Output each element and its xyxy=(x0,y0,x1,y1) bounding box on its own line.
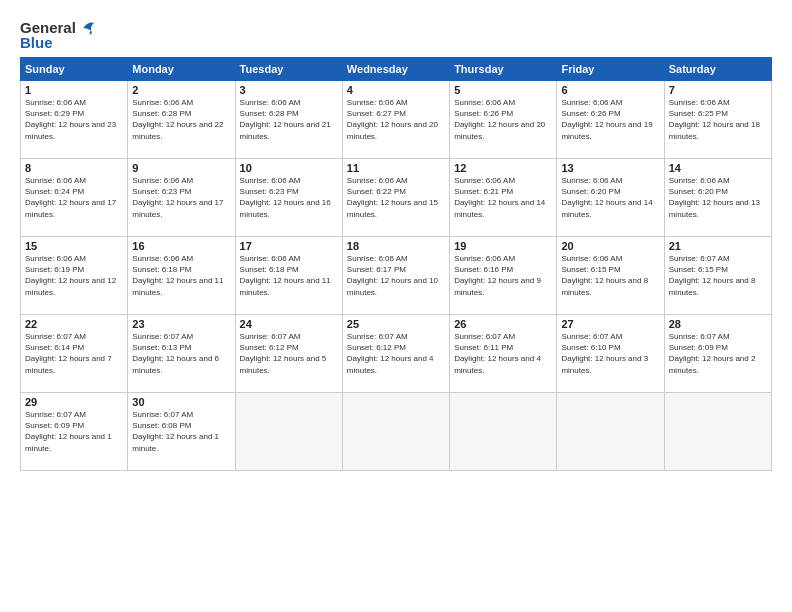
week-row-1: 1 Sunrise: 6:06 AMSunset: 6:29 PMDayligh… xyxy=(21,81,772,159)
calendar-cell: 23 Sunrise: 6:07 AMSunset: 6:13 PMDaylig… xyxy=(128,315,235,393)
calendar-cell xyxy=(235,393,342,471)
day-info: Sunrise: 6:06 AMSunset: 6:24 PMDaylight:… xyxy=(25,176,116,219)
day-number: 3 xyxy=(240,84,338,96)
day-number: 27 xyxy=(561,318,659,330)
day-info: Sunrise: 6:07 AMSunset: 6:15 PMDaylight:… xyxy=(669,254,756,297)
day-number: 17 xyxy=(240,240,338,252)
calendar-cell: 30 Sunrise: 6:07 AMSunset: 6:08 PMDaylig… xyxy=(128,393,235,471)
day-number: 10 xyxy=(240,162,338,174)
day-info: Sunrise: 6:06 AMSunset: 6:18 PMDaylight:… xyxy=(132,254,223,297)
week-row-2: 8 Sunrise: 6:06 AMSunset: 6:24 PMDayligh… xyxy=(21,159,772,237)
day-info: Sunrise: 6:06 AMSunset: 6:22 PMDaylight:… xyxy=(347,176,438,219)
day-info: Sunrise: 6:06 AMSunset: 6:18 PMDaylight:… xyxy=(240,254,331,297)
day-number: 4 xyxy=(347,84,445,96)
day-number: 16 xyxy=(132,240,230,252)
day-number: 18 xyxy=(347,240,445,252)
day-info: Sunrise: 6:06 AMSunset: 6:26 PMDaylight:… xyxy=(561,98,652,141)
day-number: 9 xyxy=(132,162,230,174)
calendar-cell: 28 Sunrise: 6:07 AMSunset: 6:09 PMDaylig… xyxy=(664,315,771,393)
day-number: 2 xyxy=(132,84,230,96)
day-number: 20 xyxy=(561,240,659,252)
day-number: 21 xyxy=(669,240,767,252)
header-row: SundayMondayTuesdayWednesdayThursdayFrid… xyxy=(21,58,772,81)
day-info: Sunrise: 6:06 AMSunset: 6:19 PMDaylight:… xyxy=(25,254,116,297)
day-info: Sunrise: 6:07 AMSunset: 6:09 PMDaylight:… xyxy=(669,332,756,375)
calendar-cell: 8 Sunrise: 6:06 AMSunset: 6:24 PMDayligh… xyxy=(21,159,128,237)
day-info: Sunrise: 6:07 AMSunset: 6:14 PMDaylight:… xyxy=(25,332,112,375)
column-header-thursday: Thursday xyxy=(450,58,557,81)
day-number: 8 xyxy=(25,162,123,174)
day-number: 19 xyxy=(454,240,552,252)
day-info: Sunrise: 6:06 AMSunset: 6:16 PMDaylight:… xyxy=(454,254,541,297)
calendar-cell: 27 Sunrise: 6:07 AMSunset: 6:10 PMDaylig… xyxy=(557,315,664,393)
day-info: Sunrise: 6:06 AMSunset: 6:23 PMDaylight:… xyxy=(240,176,331,219)
column-header-saturday: Saturday xyxy=(664,58,771,81)
day-number: 13 xyxy=(561,162,659,174)
calendar-cell: 25 Sunrise: 6:07 AMSunset: 6:12 PMDaylig… xyxy=(342,315,449,393)
logo: General Blue xyxy=(20,20,98,51)
calendar-cell: 7 Sunrise: 6:06 AMSunset: 6:25 PMDayligh… xyxy=(664,81,771,159)
day-info: Sunrise: 6:07 AMSunset: 6:12 PMDaylight:… xyxy=(347,332,434,375)
calendar-cell: 17 Sunrise: 6:06 AMSunset: 6:18 PMDaylig… xyxy=(235,237,342,315)
column-header-wednesday: Wednesday xyxy=(342,58,449,81)
day-number: 28 xyxy=(669,318,767,330)
week-row-5: 29 Sunrise: 6:07 AMSunset: 6:09 PMDaylig… xyxy=(21,393,772,471)
week-row-4: 22 Sunrise: 6:07 AMSunset: 6:14 PMDaylig… xyxy=(21,315,772,393)
day-number: 25 xyxy=(347,318,445,330)
day-number: 6 xyxy=(561,84,659,96)
calendar-page: General Blue SundayMondayTuesdayWednesda… xyxy=(0,0,792,612)
day-number: 7 xyxy=(669,84,767,96)
column-header-tuesday: Tuesday xyxy=(235,58,342,81)
day-number: 15 xyxy=(25,240,123,252)
calendar-cell: 19 Sunrise: 6:06 AMSunset: 6:16 PMDaylig… xyxy=(450,237,557,315)
calendar-cell: 1 Sunrise: 6:06 AMSunset: 6:29 PMDayligh… xyxy=(21,81,128,159)
day-info: Sunrise: 6:07 AMSunset: 6:11 PMDaylight:… xyxy=(454,332,541,375)
day-info: Sunrise: 6:06 AMSunset: 6:23 PMDaylight:… xyxy=(132,176,223,219)
day-info: Sunrise: 6:07 AMSunset: 6:08 PMDaylight:… xyxy=(132,410,219,453)
calendar-cell: 9 Sunrise: 6:06 AMSunset: 6:23 PMDayligh… xyxy=(128,159,235,237)
column-header-friday: Friday xyxy=(557,58,664,81)
calendar-cell: 12 Sunrise: 6:06 AMSunset: 6:21 PMDaylig… xyxy=(450,159,557,237)
day-number: 11 xyxy=(347,162,445,174)
day-info: Sunrise: 6:07 AMSunset: 6:13 PMDaylight:… xyxy=(132,332,219,375)
calendar-cell: 2 Sunrise: 6:06 AMSunset: 6:28 PMDayligh… xyxy=(128,81,235,159)
calendar-cell: 13 Sunrise: 6:06 AMSunset: 6:20 PMDaylig… xyxy=(557,159,664,237)
calendar-table: SundayMondayTuesdayWednesdayThursdayFrid… xyxy=(20,57,772,471)
calendar-cell xyxy=(342,393,449,471)
calendar-cell: 4 Sunrise: 6:06 AMSunset: 6:27 PMDayligh… xyxy=(342,81,449,159)
column-header-monday: Monday xyxy=(128,58,235,81)
week-row-3: 15 Sunrise: 6:06 AMSunset: 6:19 PMDaylig… xyxy=(21,237,772,315)
day-info: Sunrise: 6:06 AMSunset: 6:20 PMDaylight:… xyxy=(669,176,760,219)
calendar-cell xyxy=(450,393,557,471)
calendar-cell xyxy=(664,393,771,471)
logo-blue: Blue xyxy=(20,35,98,52)
day-info: Sunrise: 6:06 AMSunset: 6:28 PMDaylight:… xyxy=(132,98,223,141)
day-info: Sunrise: 6:06 AMSunset: 6:17 PMDaylight:… xyxy=(347,254,438,297)
calendar-cell xyxy=(557,393,664,471)
calendar-cell: 18 Sunrise: 6:06 AMSunset: 6:17 PMDaylig… xyxy=(342,237,449,315)
day-number: 30 xyxy=(132,396,230,408)
day-info: Sunrise: 6:07 AMSunset: 6:10 PMDaylight:… xyxy=(561,332,648,375)
calendar-cell: 11 Sunrise: 6:06 AMSunset: 6:22 PMDaylig… xyxy=(342,159,449,237)
calendar-cell: 14 Sunrise: 6:06 AMSunset: 6:20 PMDaylig… xyxy=(664,159,771,237)
day-info: Sunrise: 6:06 AMSunset: 6:25 PMDaylight:… xyxy=(669,98,760,141)
calendar-cell: 16 Sunrise: 6:06 AMSunset: 6:18 PMDaylig… xyxy=(128,237,235,315)
calendar-cell: 15 Sunrise: 6:06 AMSunset: 6:19 PMDaylig… xyxy=(21,237,128,315)
day-number: 5 xyxy=(454,84,552,96)
calendar-cell: 10 Sunrise: 6:06 AMSunset: 6:23 PMDaylig… xyxy=(235,159,342,237)
day-info: Sunrise: 6:06 AMSunset: 6:27 PMDaylight:… xyxy=(347,98,438,141)
day-number: 22 xyxy=(25,318,123,330)
calendar-cell: 22 Sunrise: 6:07 AMSunset: 6:14 PMDaylig… xyxy=(21,315,128,393)
calendar-cell: 26 Sunrise: 6:07 AMSunset: 6:11 PMDaylig… xyxy=(450,315,557,393)
day-info: Sunrise: 6:06 AMSunset: 6:29 PMDaylight:… xyxy=(25,98,116,141)
day-info: Sunrise: 6:07 AMSunset: 6:09 PMDaylight:… xyxy=(25,410,112,453)
day-number: 29 xyxy=(25,396,123,408)
day-info: Sunrise: 6:07 AMSunset: 6:12 PMDaylight:… xyxy=(240,332,327,375)
calendar-cell: 21 Sunrise: 6:07 AMSunset: 6:15 PMDaylig… xyxy=(664,237,771,315)
calendar-cell: 20 Sunrise: 6:06 AMSunset: 6:15 PMDaylig… xyxy=(557,237,664,315)
day-info: Sunrise: 6:06 AMSunset: 6:15 PMDaylight:… xyxy=(561,254,648,297)
day-number: 12 xyxy=(454,162,552,174)
day-info: Sunrise: 6:06 AMSunset: 6:26 PMDaylight:… xyxy=(454,98,545,141)
day-info: Sunrise: 6:06 AMSunset: 6:20 PMDaylight:… xyxy=(561,176,652,219)
day-number: 1 xyxy=(25,84,123,96)
